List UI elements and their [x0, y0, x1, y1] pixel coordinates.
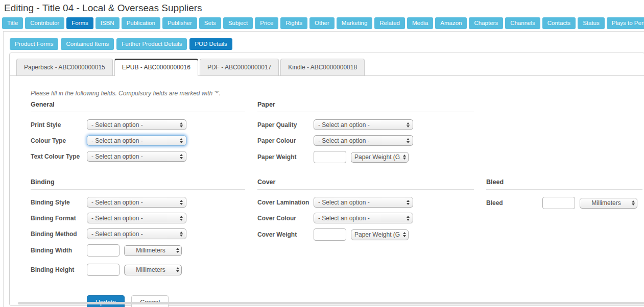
product-tab-pdf[interactable]: PDF - ABC0000000017 [200, 59, 279, 75]
field-row-cover-weight: Cover Weight Paper Weight (GSM [257, 228, 474, 241]
binding-width-input[interactable] [87, 244, 120, 257]
paper-colour-select-value: - Select an option - [318, 137, 404, 144]
section-general: General Print Style - Select an option -… [31, 101, 245, 170]
binding-method-select[interactable]: - Select an option - [87, 228, 186, 239]
select-arrows-icon [180, 216, 183, 221]
main-tab-rights[interactable]: Rights [280, 17, 307, 29]
main-tab-plays-to-perform[interactable]: Plays to Perform [607, 17, 644, 29]
field-row-bleed: Bleed Millimeters [486, 197, 642, 209]
colour-type-select[interactable]: - Select an option - [87, 135, 186, 146]
sub-tab-contained-items[interactable]: Contained Items [61, 38, 114, 50]
main-tab-media[interactable]: Media [407, 17, 433, 29]
select-arrows-icon [407, 216, 410, 221]
field-row-binding-style: Binding Style - Select an option - [31, 197, 245, 208]
main-tab-subject[interactable]: Subject [223, 17, 253, 29]
select-arrows-icon [180, 138, 183, 143]
binding-width-unit-select[interactable]: Millimeters [124, 245, 182, 256]
paper-quality-select[interactable]: - Select an option - [314, 119, 413, 130]
main-tab-related[interactable]: Related [374, 17, 405, 29]
field-row-binding-method: Binding Method - Select an option - [31, 228, 245, 239]
paper-weight-input[interactable] [314, 151, 346, 163]
main-tab-isbn[interactable]: ISBN [96, 17, 120, 29]
bleed-unit-value: Millimeters [583, 199, 629, 207]
print-style-select[interactable]: - Select an option - [87, 119, 186, 130]
paper-weight-unit-value: Paper Weight (GSM [354, 154, 400, 161]
binding-width-unit-value: Millimeters [128, 247, 174, 254]
cover-weight-unit-select[interactable]: Paper Weight (GSM [351, 229, 409, 240]
sub-tab-further-product-details[interactable]: Further Product Details [116, 38, 187, 50]
main-tab-amazon[interactable]: Amazon [435, 17, 467, 29]
paper-weight-label: Paper Weight [257, 154, 314, 161]
update-button[interactable]: Update [87, 295, 125, 307]
section-heading-binding: Binding [31, 178, 245, 190]
main-tab-forms[interactable]: Forms [66, 17, 93, 29]
select-arrows-icon [176, 248, 179, 253]
horizontal-scrollbar[interactable] [18, 302, 644, 304]
print-style-select-value: - Select an option - [91, 121, 177, 129]
section-heading-cover: Cover [257, 178, 474, 190]
binding-style-label: Binding Style [31, 199, 87, 206]
product-tab-kindle[interactable]: Kindle - ABC0000000018 [280, 59, 365, 75]
form-actions: Update Cancel [87, 295, 245, 307]
select-arrows-icon [407, 138, 410, 143]
binding-format-select[interactable]: - Select an option - [87, 213, 186, 223]
binding-width-label: Binding Width [31, 247, 87, 254]
select-arrows-icon [176, 267, 179, 272]
field-row-paper-quality: Paper Quality - Select an option - [257, 119, 474, 130]
sub-tab-product-forms[interactable]: Product Forms [10, 38, 58, 50]
binding-format-label: Binding Format [31, 215, 87, 222]
page-title: Editing - Title 04 - Local & Overseas Su… [4, 3, 644, 14]
cover-lamination-label: Cover Lamination [257, 199, 314, 206]
bleed-input[interactable] [542, 197, 575, 209]
binding-height-label: Binding Height [31, 266, 87, 273]
main-tab-channels[interactable]: Channels [505, 17, 540, 29]
text-colour-type-select-value: - Select an option - [91, 153, 177, 160]
select-arrows-icon [180, 122, 183, 127]
main-tab-publication[interactable]: Publication [122, 17, 160, 29]
paper-colour-label: Paper Colour [257, 137, 314, 144]
cover-colour-select-value: - Select an option - [318, 215, 404, 222]
main-tab-contacts[interactable]: Contacts [542, 17, 576, 29]
main-tab-status[interactable]: Status [578, 17, 605, 29]
field-row-cover-lamination: Cover Lamination - Select an option - [257, 197, 474, 208]
cover-colour-label: Cover Colour [257, 215, 314, 222]
section-paper: Paper Paper Quality - Select an option -… [257, 101, 474, 170]
cancel-button[interactable]: Cancel [131, 295, 169, 307]
product-tab-paperback[interactable]: Paperback - ABC0000000015 [16, 59, 113, 75]
binding-format-select-value: - Select an option - [91, 215, 177, 222]
select-arrows-icon [403, 232, 406, 237]
main-tab-sets[interactable]: Sets [199, 17, 221, 29]
main-tab-other[interactable]: Other [309, 17, 335, 29]
field-row-binding-format: Binding Format - Select an option - [31, 213, 245, 223]
bleed-unit-select[interactable]: Millimeters [580, 198, 637, 209]
binding-style-select[interactable]: - Select an option - [87, 197, 186, 208]
section-binding: Binding Binding Style - Select an option… [31, 178, 245, 307]
paper-quality-label: Paper Quality [257, 121, 314, 129]
main-tab-contributor[interactable]: Contributor [25, 17, 64, 29]
binding-height-input[interactable] [87, 264, 120, 276]
cover-colour-select[interactable]: - Select an option - [314, 213, 413, 223]
main-tab-title[interactable]: Title [2, 17, 23, 29]
product-tab-epub[interactable]: EPUB - ABC0000000016 [114, 59, 198, 76]
compulsory-fields-note: Please fill in the following fields. Com… [31, 90, 644, 97]
paper-colour-select[interactable]: - Select an option - [314, 135, 413, 146]
paper-weight-unit-select[interactable]: Paper Weight (GSM [351, 152, 409, 163]
cover-lamination-select[interactable]: - Select an option - [314, 197, 413, 208]
main-tab-bar: Title Contributor Forms ISBN Publication… [2, 17, 644, 29]
sub-tab-pod-details[interactable]: POD Details [189, 38, 232, 50]
text-colour-type-select[interactable]: - Select an option - [87, 151, 186, 162]
product-tab-strip: Paperback - ABC0000000015 EPUB - ABC0000… [10, 53, 644, 76]
select-arrows-icon [407, 122, 410, 127]
main-tab-chapters[interactable]: Chapters [469, 17, 503, 29]
main-tab-marketing[interactable]: Marketing [337, 17, 373, 29]
field-row-colour-type: Colour Type - Select an option - [31, 135, 245, 146]
main-tab-publisher[interactable]: Publisher [162, 17, 197, 29]
pod-details-widget: Paperback - ABC0000000015 EPUB - ABC0000… [9, 53, 644, 306]
select-arrows-icon [180, 200, 183, 205]
cover-weight-input[interactable] [314, 228, 346, 241]
colour-type-label: Colour Type [31, 137, 87, 144]
forms-tab-content: Product Forms Contained Items Further Pr… [3, 31, 644, 307]
field-row-binding-width: Binding Width Millimeters [31, 244, 245, 257]
binding-height-unit-select[interactable]: Millimeters [124, 265, 182, 275]
main-tab-price[interactable]: Price [255, 17, 278, 29]
